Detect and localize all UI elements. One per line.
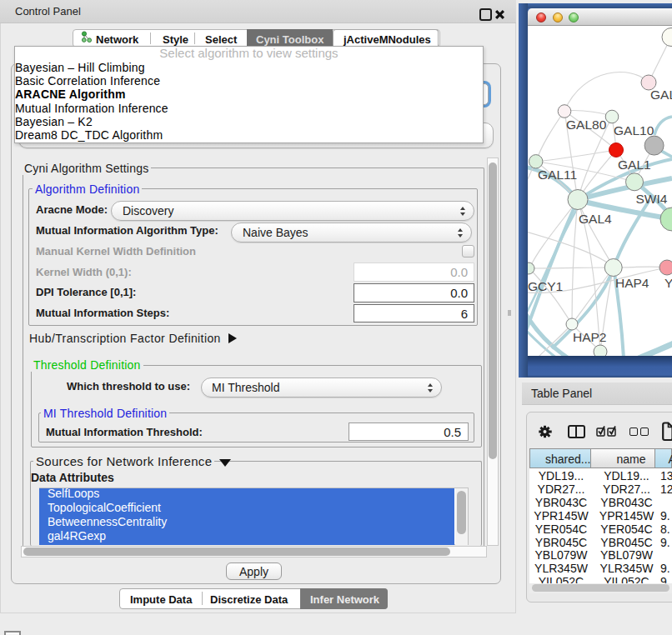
svg-text:GCY1: GCY1 — [528, 279, 563, 293]
svg-text:SWI4: SWI4 — [636, 192, 668, 206]
svg-text:HAP2: HAP2 — [573, 330, 607, 344]
svg-text:GAL10: GAL10 — [614, 123, 654, 138]
svg-text:GAL80: GAL80 — [566, 118, 607, 132]
svg-text:GAL11: GAL11 — [538, 168, 577, 182]
svg-text:Y: Y — [664, 276, 672, 290]
svg-text:GAL4: GAL4 — [579, 212, 612, 226]
svg-text:GAL1: GAL1 — [618, 158, 651, 172]
svg-text:HAP4: HAP4 — [615, 276, 649, 290]
svg-text:GAL7: GAL7 — [650, 88, 672, 102]
